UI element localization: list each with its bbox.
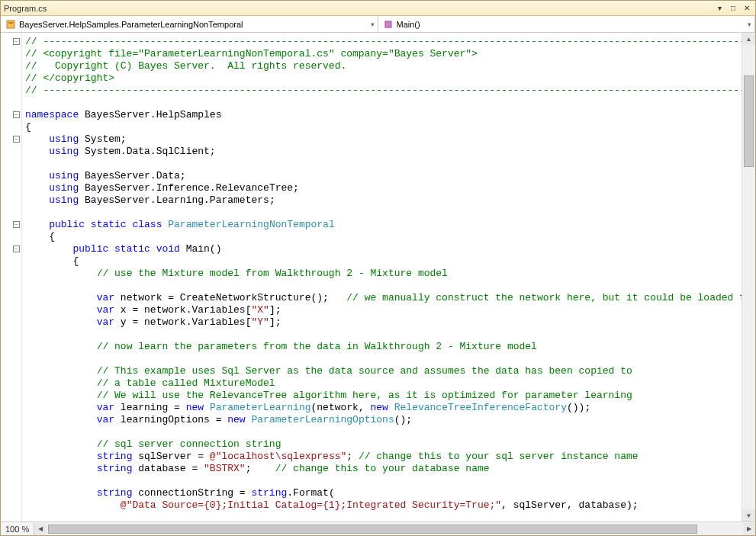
window-dropdown-icon[interactable]: ▾ [714,3,725,14]
window-controls: ▾ □ ✕ [714,3,752,14]
scroll-left-icon[interactable]: ◀ [34,523,47,535]
horizontal-scrollbar[interactable]: ◀ ▶ [34,523,755,535]
scroll-up-icon[interactable]: ▲ [742,33,755,45]
editor-area: −−−−− // -------------------------------… [1,33,755,522]
fold-toggle[interactable]: − [13,136,20,143]
class-dropdown-label: BayesServer.HelpSamples.ParameterLearnin… [19,20,243,29]
zoom-level[interactable]: 100 % [1,525,34,534]
fold-toggle[interactable]: − [13,221,20,228]
maximize-icon[interactable]: □ [728,3,738,14]
chevron-down-icon: ▾ [371,21,375,28]
svg-rect-1 [8,22,13,24]
svg-rect-2 [385,21,391,27]
title-bar: Program.cs ▾ □ ✕ [1,1,755,16]
hscroll-thumb[interactable] [48,525,697,534]
chevron-down-icon: ▾ [748,21,751,28]
scroll-right-icon[interactable]: ▶ [743,523,755,535]
member-dropdown[interactable]: Main() ▾ [378,16,756,32]
class-icon [5,19,16,30]
fold-toggle[interactable]: − [13,111,20,118]
editor-window: Program.cs ▾ □ ✕ BayesServer.HelpSamples… [0,0,756,536]
fold-toggle[interactable]: − [13,246,20,252]
navigation-bar: BayesServer.HelpSamples.ParameterLearnin… [1,16,755,33]
vertical-scrollbar[interactable]: ▲ ▼ [742,33,755,522]
method-icon [383,19,394,30]
fold-gutter: −−−−− [1,33,22,522]
svg-rect-0 [7,21,14,28]
scroll-thumb[interactable] [744,75,754,167]
close-icon[interactable]: ✕ [742,3,752,14]
window-title: Program.cs [4,4,714,13]
member-dropdown-label: Main() [397,20,420,29]
status-bar: 100 % ◀ ▶ [1,522,755,535]
scroll-down-icon[interactable]: ▼ [742,509,755,522]
code-editor[interactable]: // -------------------------------------… [22,33,742,522]
fold-toggle[interactable]: − [13,38,20,45]
class-dropdown[interactable]: BayesServer.HelpSamples.ParameterLearnin… [1,16,378,32]
